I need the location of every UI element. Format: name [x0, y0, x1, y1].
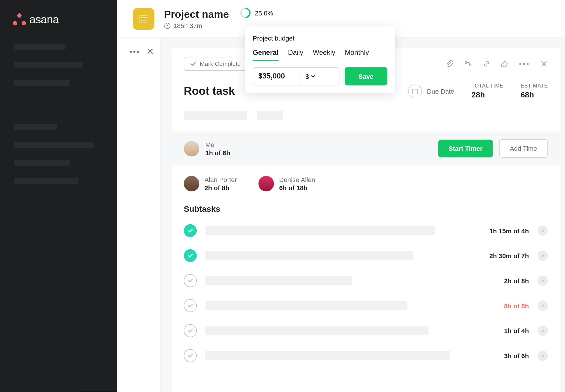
check-pending-icon[interactable] — [184, 349, 197, 362]
estimate-metric: ESTIMATE 68h — [521, 83, 548, 100]
tab-general[interactable]: General — [253, 49, 278, 61]
subtask-time: 3h of 6h — [504, 352, 529, 359]
attachment-icon[interactable] — [446, 60, 454, 68]
check-pending-icon[interactable] — [184, 299, 197, 312]
logo[interactable]: asana — [0, 9, 117, 44]
subtask-row[interactable]: 2h of 8h — [172, 268, 560, 293]
subtask-title-skeleton — [205, 301, 407, 311]
brand-name: asana — [29, 13, 59, 26]
me-time: 1h of 6h — [205, 149, 230, 156]
check-pending-icon[interactable] — [184, 274, 197, 287]
add-time-button[interactable]: Add Time — [499, 139, 548, 158]
play-icon[interactable] — [538, 300, 548, 311]
subtask-title-skeleton — [205, 251, 413, 260]
assignee[interactable]: Alan Porter 2h of 8h — [184, 176, 237, 191]
project-time: 185h 37m — [164, 22, 229, 29]
task-more-menu-icon[interactable]: ••• — [519, 59, 530, 68]
task-tags-skeleton — [172, 111, 560, 132]
svg-point-2 — [141, 20, 142, 21]
subtask-row[interactable]: 3h of 6h — [172, 343, 560, 368]
progress-indicator: 25.0% — [240, 8, 273, 18]
subtask-title-skeleton — [205, 226, 435, 235]
due-date[interactable]: Due Date — [408, 84, 454, 98]
list-pane-collapsed: ••• — [117, 38, 161, 392]
subtask-time: 8h of 6h — [504, 302, 529, 309]
subtask-title-skeleton — [205, 326, 428, 335]
play-icon[interactable] — [538, 225, 548, 236]
tab-monthly[interactable]: Monthly — [345, 49, 369, 61]
chevron-down-icon — [311, 74, 316, 79]
subtask-row[interactable]: 2h 30m of 7h — [172, 243, 560, 268]
subtask-time: 2h 30m of 7h — [489, 252, 529, 259]
sidebar-nav-skeleton — [0, 43, 117, 184]
play-icon[interactable] — [538, 326, 548, 336]
check-icon — [190, 61, 196, 67]
popover-title: Project budget — [253, 34, 387, 42]
svg-rect-0 — [139, 15, 148, 22]
task-detail-card: Mark Complete ••• — [172, 48, 560, 392]
project-icon — [133, 8, 154, 29]
subtask-row[interactable]: 1h of 4h — [172, 318, 560, 343]
more-menu-icon[interactable]: ••• — [130, 48, 140, 57]
subtask-row[interactable]: 8h of 6h — [172, 293, 560, 318]
subtask-title-skeleton — [205, 276, 352, 286]
avatar — [258, 176, 274, 191]
assignees-row: Alan Porter 2h of 8h Denise Allen 6h of … — [172, 166, 560, 196]
link-icon[interactable] — [483, 60, 491, 68]
subtask-time: 1h 15m of 4h — [489, 227, 529, 234]
project-title[interactable]: Project name — [164, 8, 229, 20]
me-label: Me — [205, 141, 230, 148]
sidebar: asana — [0, 0, 117, 392]
tab-weekly[interactable]: Weekly — [313, 49, 335, 61]
progress-circle-icon — [238, 6, 253, 20]
budget-amount-input[interactable] — [253, 68, 301, 85]
play-icon[interactable] — [538, 251, 548, 261]
mark-complete-button[interactable]: Mark Complete — [184, 57, 247, 71]
total-time-metric: TOTAL TIME 28h — [471, 83, 503, 100]
close-list-icon[interactable] — [146, 48, 154, 55]
my-time-row: Me 1h of 6h Start Timer Add Time — [172, 132, 560, 166]
popover-tabs: General Daily Weekly Monthly — [253, 49, 387, 61]
avatar — [184, 176, 199, 191]
subtask-time: 1h of 4h — [504, 327, 529, 334]
svg-point-1 — [141, 17, 142, 18]
subtask-icon[interactable] — [464, 60, 472, 68]
assignee[interactable]: Denise Allen 6h of 18h — [258, 176, 315, 191]
check-pending-icon[interactable] — [184, 324, 197, 337]
avatar — [184, 141, 199, 156]
start-timer-button[interactable]: Start Timer — [438, 140, 493, 158]
play-icon[interactable] — [538, 351, 548, 361]
progress-percent: 25.0% — [255, 9, 273, 17]
currency-select[interactable]: $ — [301, 68, 320, 85]
calendar-icon — [408, 84, 422, 98]
subtasks-heading: Subtasks — [172, 196, 560, 218]
subtask-time: 2h of 8h — [504, 277, 529, 284]
asana-logo-icon — [13, 13, 26, 26]
play-icon[interactable] — [538, 275, 548, 286]
save-button[interactable]: Save — [345, 67, 387, 85]
check-done-icon[interactable] — [184, 224, 197, 237]
svg-rect-6 — [412, 89, 417, 94]
clock-icon — [164, 22, 171, 29]
tab-daily[interactable]: Daily — [288, 49, 304, 61]
check-done-icon[interactable] — [184, 249, 197, 262]
budget-popover: Project budget General Daily Weekly Mont… — [245, 26, 395, 93]
like-icon[interactable] — [501, 60, 509, 68]
close-task-icon[interactable] — [540, 60, 548, 68]
subtask-title-skeleton — [205, 351, 451, 360]
subtask-row[interactable]: 1h 15m of 4h — [172, 218, 560, 243]
